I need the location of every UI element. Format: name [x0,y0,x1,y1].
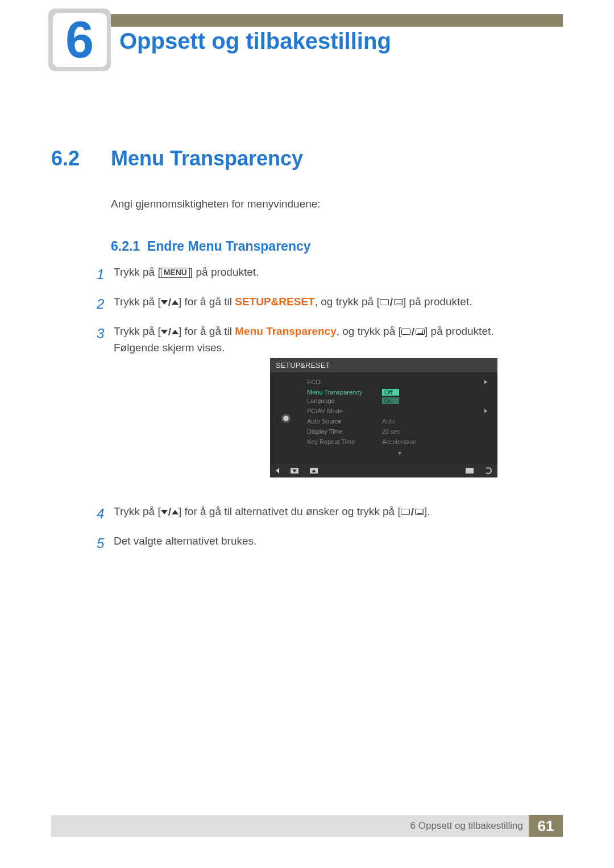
step-number: 1 [97,264,114,285]
enter-icon [466,468,474,474]
osd-value: On [382,397,492,404]
osd-label: Display Time [307,428,375,435]
step-number: 5 [97,533,114,554]
osd-footer [270,464,497,477]
osd-option-off: Off [382,389,399,396]
enter-buttons-icon: / [401,504,424,521]
text-fragment: Følgende skjerm vises. [114,342,225,354]
subsection-title: Endre Menu Transparency [147,239,311,254]
target-setup-reset: SETUP&RESET [235,296,314,308]
osd-value: Off [382,389,492,396]
step-1: 1 Trykk på [MENU] på produktet. [97,264,563,285]
osd-colon: : [375,428,382,435]
step-4: 4 Trykk på [/] for å gå til alternativet… [97,504,563,524]
text-fragment: ] på produktet. [425,325,493,337]
steps-list-2: 4 Trykk på [/] for å gå til alternativet… [97,504,563,563]
top-bar [51,14,563,27]
osd-colon [375,408,382,414]
gear-icon [279,412,293,425]
step-text: Det valgte alternativet brukes. [114,533,563,554]
osd-colon: : [375,389,382,396]
osd-row-autosource: Auto Source : Auto [301,416,497,426]
steps-list: 1 Trykk på [MENU] på produktet. 2 Trykk … [97,264,563,366]
step-number: 2 [97,294,114,314]
osd-value: Acceleration [382,438,492,445]
osd-row-eco: ECO [301,377,497,387]
text-fragment: , og trykk på [ [337,325,401,337]
step-text: Trykk på [/] for å gå til Menu Transpare… [114,323,563,356]
osd-label: Key Repeat Time [307,438,375,445]
target-menu-transparency: Menu Transparency [235,325,336,337]
chapter-number: 6 [65,14,94,65]
up-down-arrows-icon: / [161,504,179,521]
intro-text: Angi gjennomsiktigheten for menyvinduene… [111,198,321,210]
osd-label: Menu Transparency [307,389,375,396]
text-fragment: , og trykk på [ [315,296,380,308]
chevron-right-icon [484,409,487,413]
osd-colon: : [375,438,382,445]
up-icon [310,468,318,474]
osd-value [382,379,484,385]
footer-bar: 6 Oppsett og tilbakestilling 61 [51,815,563,837]
osd-row-displaytime: Display Time : 20 sec [301,426,497,437]
osd-screenshot: SETUP&RESET ECO Menu Transparency : Off … [270,358,497,477]
osd-colon: : [375,418,382,425]
text-fragment: ] på produktet. [190,266,259,278]
osd-option-on: On [382,397,399,404]
osd-label: ECO [307,379,375,385]
text-fragment: ]. [424,505,430,517]
step-5: 5 Det valgte alternativet brukes. [97,533,563,554]
subsection-heading: 6.2.1 Endre Menu Transparency [111,239,311,254]
chevron-down-icon: ▾ [301,447,497,459]
back-icon [276,468,279,474]
osd-footer-right [466,467,492,474]
text-fragment: Trykk på [ [114,325,161,337]
section-title: Menu Transparency [111,147,303,171]
osd-row-on: Language : On [301,396,497,406]
chapter-badge-inner: 6 [53,13,107,67]
step-3: 3 Trykk på [/] for å gå til Menu Transpa… [97,323,563,356]
osd-value: Auto [382,418,492,425]
osd-label: Language [307,397,375,404]
osd-colon: : [375,397,382,404]
text-fragment: ] på produktet. [403,296,472,308]
osd-label: Auto Source [307,418,375,425]
footer-page-number: 61 [529,815,563,837]
text-fragment: ] for å gå til alternativet du ønsker og… [179,505,401,517]
osd-value: 20 sec [382,428,492,435]
chapter-title: Oppsett og tilbakestilling [119,28,391,54]
subsection-number: 6.2.1 [111,239,140,254]
chapter-badge: 6 [48,9,111,71]
section-number: 6.2 [51,147,80,171]
enter-buttons-icon: / [401,324,425,340]
enter-buttons-icon: / [380,294,403,311]
step-text: Trykk på [/] for å gå til SETUP&RESET, o… [114,294,563,314]
osd-label: PC/AV Mode [307,408,375,414]
step-text: Trykk på [/] for å gå til alternativet d… [114,504,563,524]
step-number: 3 [97,323,114,356]
footer-text: 6 Oppsett og tilbakestilling [410,820,523,832]
osd-menu: ECO Menu Transparency : Off Language : O… [301,372,497,464]
text-fragment: Trykk på [ [114,505,161,517]
osd-footer-left [276,468,318,474]
menu-button-icon: MENU [161,268,190,277]
up-down-arrows-icon: / [161,294,179,311]
osd-left-column [270,372,301,464]
osd-value [382,408,484,414]
text-fragment: Trykk på [ [114,296,161,308]
osd-row-keyrepeat: Key Repeat Time : Acceleration [301,437,497,447]
text-fragment: ] for å gå til [179,296,235,308]
text-fragment: ] for å gå til [179,325,235,337]
up-down-arrows-icon: / [161,324,179,340]
chevron-right-icon [484,380,487,384]
osd-row-pcav: PC/AV Mode [301,406,497,416]
step-2: 2 Trykk på [/] for å gå til SETUP&RESET,… [97,294,563,314]
osd-header: SETUP&RESET [270,358,497,372]
down-icon [291,468,298,474]
osd-colon [375,379,382,385]
return-icon [485,467,492,474]
step-number: 4 [97,504,114,524]
text-fragment: Trykk på [ [114,266,161,278]
osd-body: ECO Menu Transparency : Off Language : O… [270,372,497,464]
step-text: Trykk på [MENU] på produktet. [114,264,563,285]
